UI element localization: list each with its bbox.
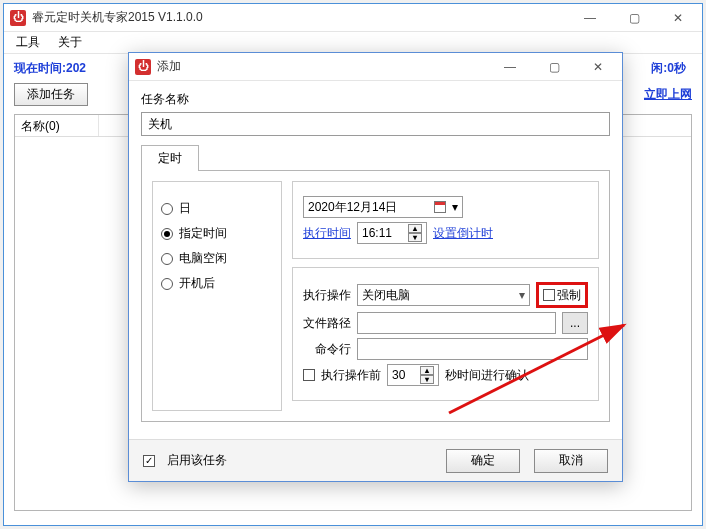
force-checkbox[interactable] <box>543 289 555 301</box>
time-group: 2020年12月14日 ▾ 执行时间 16:11 ▴▾ 设置倒计时 <box>292 181 599 259</box>
main-minimize-button[interactable]: — <box>568 4 612 32</box>
cancel-button[interactable]: 取消 <box>534 449 608 473</box>
dialog-close-button[interactable]: ✕ <box>576 53 620 81</box>
radio-idle[interactable]: 电脑空闲 <box>161 250 273 267</box>
go-online-link[interactable]: 立即上网 <box>644 86 692 103</box>
browse-button[interactable]: ... <box>562 312 588 334</box>
before-exec-label: 执行操作前 <box>321 367 381 384</box>
cmdline-input[interactable] <box>357 338 588 360</box>
time-spinner[interactable]: ▴▾ <box>408 224 422 242</box>
calendar-icon <box>434 201 446 213</box>
add-dialog: ⏻ 添加 — ▢ ✕ 任务名称 定时 日 指定时间 电脑空闲 开机后 <box>128 52 623 482</box>
before-exec-suffix: 秒时间进行确认 <box>445 367 529 384</box>
before-exec-checkbox[interactable] <box>303 369 315 381</box>
exec-time-link[interactable]: 执行时间 <box>303 225 351 242</box>
ok-button[interactable]: 确定 <box>446 449 520 473</box>
file-path-label: 文件路径 <box>303 315 351 332</box>
menubar: 工具 关于 <box>4 32 702 54</box>
tab-timer[interactable]: 定时 <box>141 145 199 171</box>
now-time-label: 现在时间:202 <box>14 60 86 77</box>
idle-time-label: 闲:0秒 <box>651 60 686 77</box>
enable-task-checkbox[interactable] <box>143 455 155 467</box>
force-label: 强制 <box>557 287 581 304</box>
seconds-spinner[interactable]: 30 ▴▾ <box>387 364 439 386</box>
task-name-input[interactable] <box>141 112 610 136</box>
menu-tools[interactable]: 工具 <box>10 33 46 52</box>
column-name[interactable]: 名称(0) <box>15 115 99 136</box>
dialog-minimize-button[interactable]: — <box>488 53 532 81</box>
action-group: 执行操作 关闭电脑 强制 文件路径 ... <box>292 267 599 401</box>
date-picker[interactable]: 2020年12月14日 ▾ <box>303 196 463 218</box>
radio-after-boot[interactable]: 开机后 <box>161 275 273 292</box>
menu-about[interactable]: 关于 <box>52 33 88 52</box>
time-picker[interactable]: 16:11 ▴▾ <box>357 222 427 244</box>
main-close-button[interactable]: ✕ <box>656 4 700 32</box>
add-task-button[interactable]: 添加任务 <box>14 83 88 106</box>
main-title: 睿元定时关机专家2015 V1.1.0.0 <box>32 9 568 26</box>
force-highlight: 强制 <box>536 282 588 308</box>
file-path-input[interactable] <box>357 312 556 334</box>
enable-task-label: 启用该任务 <box>167 452 227 469</box>
radio-fixed-time[interactable]: 指定时间 <box>161 225 273 242</box>
dialog-title: 添加 <box>157 58 488 75</box>
main-maximize-button[interactable]: ▢ <box>612 4 656 32</box>
set-countdown-link[interactable]: 设置倒计时 <box>433 225 493 242</box>
schedule-radio-group: 日 指定时间 电脑空闲 开机后 <box>152 181 282 411</box>
dialog-power-icon: ⏻ <box>135 59 151 75</box>
radio-day[interactable]: 日 <box>161 200 273 217</box>
tab-pane: 日 指定时间 电脑空闲 开机后 2020年12月14日 ▾ <box>141 170 610 422</box>
main-titlebar: ⏻ 睿元定时关机专家2015 V1.1.0.0 — ▢ ✕ <box>4 4 702 32</box>
dialog-maximize-button[interactable]: ▢ <box>532 53 576 81</box>
chevron-down-icon: ▾ <box>452 200 458 214</box>
task-name-label: 任务名称 <box>141 91 610 108</box>
action-select[interactable]: 关闭电脑 <box>357 284 530 306</box>
cmdline-label: 命令行 <box>315 341 351 358</box>
exec-action-label: 执行操作 <box>303 287 351 304</box>
app-power-icon: ⏻ <box>10 10 26 26</box>
